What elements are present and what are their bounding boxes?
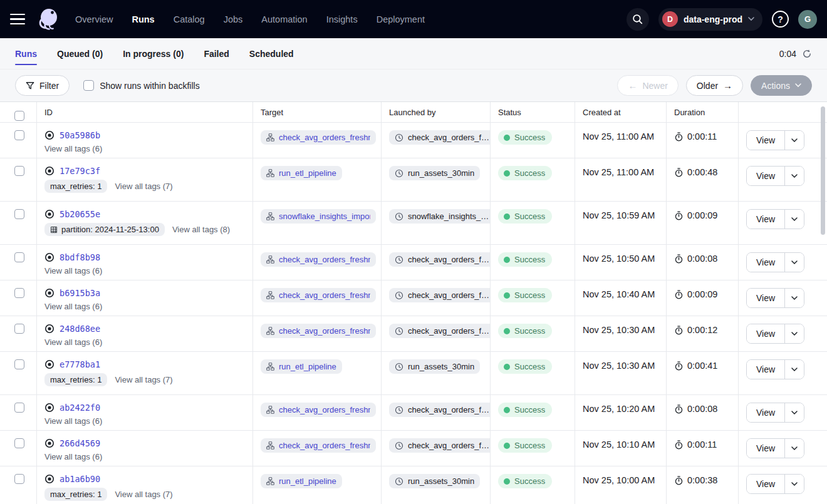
filter-button[interactable]: Filter	[15, 75, 70, 96]
run-id-link[interactable]: 266d4569	[60, 438, 100, 448]
row-checkbox[interactable]	[14, 324, 24, 334]
view-button[interactable]: View	[747, 403, 784, 422]
nav-item-deployment[interactable]: Deployment	[377, 14, 425, 24]
target-link[interactable]: run_etl_pipeline	[279, 168, 336, 178]
run-id-link[interactable]: e7778ba1	[60, 359, 100, 369]
tab-in-progress[interactable]: In progress (0)	[123, 38, 184, 69]
view-button[interactable]: View	[747, 210, 784, 229]
target-link[interactable]: check_avg_orders_freshne	[279, 441, 370, 450]
launched-by-pill[interactable]: run_assets_30min	[389, 359, 480, 374]
view-dropdown-button[interactable]	[784, 253, 804, 272]
view-dropdown-button[interactable]	[784, 324, 804, 343]
view-dropdown-button[interactable]	[784, 167, 804, 185]
view-all-tags-link[interactable]: View all tags (6)	[44, 416, 102, 426]
row-checkbox[interactable]	[14, 403, 24, 413]
target-pill[interactable]: check_avg_orders_freshne	[261, 252, 376, 267]
run-tag[interactable]: partition: 2024-11-25-13:00	[44, 223, 165, 236]
view-dropdown-button[interactable]	[784, 289, 804, 307]
nav-item-automation[interactable]: Automation	[261, 14, 307, 24]
target-pill[interactable]: run_etl_pipeline	[261, 359, 342, 374]
view-button[interactable]: View	[747, 475, 784, 493]
target-link[interactable]: snowflake_insights_import	[279, 212, 370, 221]
row-checkbox[interactable]	[14, 474, 24, 484]
actions-button[interactable]: Actions	[751, 75, 812, 96]
launched-by-pill[interactable]: run_assets_30min	[389, 474, 480, 488]
user-avatar[interactable]: G	[798, 10, 817, 29]
target-pill[interactable]: run_etl_pipeline	[261, 166, 342, 180]
nav-item-jobs[interactable]: Jobs	[224, 14, 243, 24]
view-button[interactable]: View	[747, 360, 784, 379]
run-id-link[interactable]: b6915b3a	[60, 288, 100, 298]
view-all-tags-link[interactable]: View all tags (7)	[115, 375, 172, 384]
launched-by-pill[interactable]: check_avg_orders_f…	[389, 324, 490, 338]
row-checkbox[interactable]	[14, 359, 24, 369]
search-button[interactable]	[627, 8, 649, 31]
view-button[interactable]: View	[747, 324, 784, 343]
target-link[interactable]: check_avg_orders_freshne	[279, 291, 370, 300]
row-checkbox[interactable]	[14, 438, 24, 448]
launched-by-pill[interactable]: check_avg_orders_f…	[389, 438, 490, 453]
view-button[interactable]: View	[747, 289, 784, 307]
launched-by-pill[interactable]: check_avg_orders_f…	[389, 130, 490, 145]
run-id-link[interactable]: ab2422f0	[60, 403, 100, 413]
target-link[interactable]: check_avg_orders_freshne	[279, 133, 370, 142]
view-button[interactable]: View	[747, 167, 784, 185]
newer-button[interactable]: ← Newer	[617, 75, 678, 96]
view-dropdown-button[interactable]	[784, 475, 804, 493]
target-pill[interactable]: check_avg_orders_freshne	[261, 324, 376, 338]
select-all-checkbox[interactable]	[14, 111, 24, 121]
tab-failed[interactable]: Failed	[204, 38, 229, 69]
row-checkbox[interactable]	[14, 166, 24, 176]
target-link[interactable]: check_avg_orders_freshne	[279, 326, 370, 336]
row-checkbox[interactable]	[14, 209, 24, 219]
scrollbar-thumb[interactable]	[821, 106, 825, 235]
row-checkbox[interactable]	[14, 130, 24, 140]
target-pill[interactable]: check_avg_orders_freshne	[261, 288, 376, 302]
view-button[interactable]: View	[747, 253, 784, 272]
view-button[interactable]: View	[747, 439, 784, 458]
target-link[interactable]: run_etl_pipeline	[279, 362, 336, 371]
view-all-tags-link[interactable]: View all tags (6)	[44, 452, 102, 461]
older-button[interactable]: Older →	[686, 75, 743, 96]
target-pill[interactable]: check_avg_orders_freshne	[261, 438, 376, 453]
view-dropdown-button[interactable]	[784, 360, 804, 379]
view-all-tags-link[interactable]: View all tags (6)	[44, 266, 102, 275]
view-all-tags-link[interactable]: View all tags (7)	[115, 490, 172, 499]
launched-by-pill[interactable]: run_assets_30min	[389, 166, 480, 180]
run-id-link[interactable]: 5b20655e	[60, 209, 100, 219]
help-icon[interactable]: ?	[772, 11, 789, 28]
run-id-link[interactable]: 50a5986b	[60, 130, 100, 140]
view-dropdown-button[interactable]	[784, 210, 804, 229]
view-all-tags-link[interactable]: View all tags (7)	[115, 182, 172, 191]
nav-item-overview[interactable]: Overview	[75, 14, 113, 24]
run-tag[interactable]: max_retries: 1	[44, 488, 107, 501]
view-all-tags-link[interactable]: View all tags (6)	[44, 144, 102, 153]
nav-item-catalog[interactable]: Catalog	[174, 14, 205, 24]
run-id-link[interactable]: 8bdf8b98	[60, 252, 100, 262]
launched-by-pill[interactable]: snowflake_insights_…	[389, 209, 490, 224]
workspace-switcher[interactable]: D data-eng-prod	[658, 8, 762, 31]
nav-item-insights[interactable]: Insights	[326, 14, 358, 24]
row-checkbox[interactable]	[14, 252, 24, 262]
run-tag[interactable]: max_retries: 1	[44, 180, 107, 193]
refresh-button[interactable]	[802, 49, 812, 59]
target-link[interactable]: check_avg_orders_freshne	[279, 255, 370, 264]
target-pill[interactable]: run_etl_pipeline	[261, 474, 342, 488]
view-dropdown-button[interactable]	[784, 131, 804, 150]
nav-item-runs[interactable]: Runs	[132, 14, 154, 24]
row-checkbox[interactable]	[14, 288, 24, 298]
tab-runs[interactable]: Runs	[15, 38, 37, 69]
run-id-link[interactable]: 248d68ee	[60, 324, 100, 334]
view-dropdown-button[interactable]	[784, 403, 804, 422]
view-button[interactable]: View	[747, 131, 784, 150]
dagster-logo-icon[interactable]	[36, 7, 61, 32]
view-all-tags-link[interactable]: View all tags (6)	[44, 337, 102, 347]
run-id-link[interactable]: ab1a6b90	[60, 474, 100, 484]
run-tag[interactable]: max_retries: 1	[44, 373, 107, 386]
target-link[interactable]: run_etl_pipeline	[279, 476, 336, 486]
view-all-tags-link[interactable]: View all tags (8)	[172, 225, 230, 234]
tab-scheduled[interactable]: Scheduled	[249, 38, 294, 69]
view-all-tags-link[interactable]: View all tags (6)	[44, 302, 102, 311]
hamburger-menu-icon[interactable]	[10, 9, 30, 29]
backfills-checkbox[interactable]	[83, 80, 94, 91]
